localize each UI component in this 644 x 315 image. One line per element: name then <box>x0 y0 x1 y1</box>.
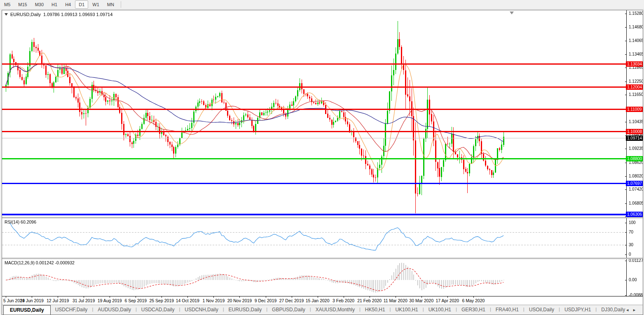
hline-resistance-1.13034[interactable] <box>2 63 626 65</box>
date-tick <box>344 296 344 298</box>
price-tick-label: 1.09235 <box>629 146 643 151</box>
tab-usdcnh-daily[interactable]: USDCNH,Daily <box>180 305 222 315</box>
tab-hk50-h1[interactable]: HK50,H1 <box>361 305 390 315</box>
price-tick-dash <box>625 82 627 82</box>
price-tick-dash <box>625 203 627 204</box>
price-tick-label: 1.10435 <box>629 119 643 124</box>
tab-scroll-left-icon[interactable]: ◄ <box>625 308 632 312</box>
tab-dj30-daily[interactable]: DJ30,Daily <box>597 305 630 315</box>
hline-support-1.07697[interactable] <box>2 183 626 184</box>
timeframe-toolbar: M5M15M30H1H4D1W1MN <box>0 0 644 9</box>
chart-window-inner: EURUSD,Daily 1.09786 1.09913 1.09693 1.0… <box>2 10 643 315</box>
tab-usoil-daily[interactable]: USOil,Daily <box>525 305 559 315</box>
date-tick <box>162 296 162 298</box>
rsi-tick-dash <box>625 223 627 223</box>
timeframe-button-m15[interactable]: M15 <box>14 0 30 9</box>
pane-splitter-macd[interactable] <box>2 258 643 259</box>
tab-scroll-right-icon[interactable]: ► <box>632 308 639 312</box>
rsi-tick-dash <box>625 245 627 245</box>
date-tick <box>213 296 214 298</box>
current-price-box: 1.09714 <box>626 135 643 141</box>
tab-uk100-h1[interactable]: UK100,H1 <box>391 305 422 315</box>
date-label: 31 Jul 2019 <box>73 298 95 303</box>
tab-uk100-h1[interactable]: UK100,H1 <box>424 305 456 315</box>
chart-ohlc-readout: 1.09786 1.09913 1.09693 1.09714 <box>43 12 112 17</box>
timeframe-button-w1[interactable]: W1 <box>89 0 103 9</box>
price-tick-label: 1.12250 <box>629 79 643 84</box>
macd-pane-canvas[interactable] <box>2 259 626 296</box>
price-level-box: 1.12004 <box>626 84 643 90</box>
price-tick-label: 1.11650 <box>629 92 643 97</box>
price-tick-dash <box>625 122 627 122</box>
date-label: 14 Oct 2019 <box>176 298 199 303</box>
date-label: 3 Feb 2020 <box>333 298 354 303</box>
price-pane-canvas[interactable] <box>2 10 626 217</box>
date-label: 19 Aug 2019 <box>98 298 122 303</box>
hline-resistance-1.10008[interactable] <box>2 131 626 132</box>
date-tick <box>422 296 422 298</box>
date-tick <box>110 296 110 298</box>
tab-xauusd-monthly[interactable]: XAUUSD,Monthly <box>311 305 359 315</box>
tab-ger30-h1[interactable]: GER30,H1 <box>457 305 490 315</box>
rsi-axis-label: 70 <box>629 230 633 234</box>
timeframe-button-h1[interactable]: H1 <box>48 0 61 9</box>
date-tick <box>318 296 318 298</box>
hline-support-1.08800[interactable] <box>2 158 626 159</box>
tab-eurusd-daily[interactable]: EURUSD,Daily <box>3 305 51 315</box>
price-tick-dash <box>625 27 627 28</box>
price-level-box: 1.08800 <box>626 156 643 161</box>
price-tick-dash <box>625 176 627 177</box>
date-label: 21 Feb 2020 <box>357 298 382 303</box>
date-tick <box>396 296 396 298</box>
timeframe-button-m30[interactable]: M30 <box>31 0 47 9</box>
date-tick <box>136 296 136 298</box>
date-tick <box>32 296 32 298</box>
tab-gbpusd-daily[interactable]: GBPUSD,Daily <box>267 305 310 315</box>
timeframe-button-h4[interactable]: H4 <box>61 0 75 9</box>
macd-tick-dash <box>625 261 627 261</box>
tab-usdchf-daily[interactable]: USDCHF,Daily <box>51 305 92 315</box>
date-tick <box>84 296 84 298</box>
date-label: 12 Jul 2019 <box>47 298 69 303</box>
price-tick-label: 1.15280 <box>629 11 643 16</box>
timeframe-button-mn[interactable]: MN <box>103 0 118 9</box>
chart-menu-arrow-icon[interactable] <box>5 13 8 16</box>
rsi-axis-label: 0 <box>629 252 631 257</box>
rsi-pane-canvas[interactable] <box>2 218 626 258</box>
tab-usdcad-daily[interactable]: USDCAD,Daily <box>137 305 179 315</box>
tab-fra40-h1[interactable]: FRA40,H1 <box>491 305 523 315</box>
price-tick-dash <box>625 95 627 95</box>
date-tick <box>266 296 266 298</box>
timeframe-button-m5[interactable]: M5 <box>0 0 14 9</box>
rsi-tick-dash <box>625 232 627 233</box>
date-tick <box>292 296 292 298</box>
date-label: 17 Apr 2020 <box>436 298 459 303</box>
rsi-axis-label: 30 <box>629 243 633 247</box>
price-tick-dash <box>625 68 627 68</box>
date-label: 25 Sep 2019 <box>150 298 174 303</box>
macd-indicator-label: MACD(12,26,9) 0.001242 -0.000932 <box>5 260 75 265</box>
price-tick-dash <box>625 189 627 190</box>
price-level-box: 1.06306 <box>626 212 643 217</box>
date-label: 1 Nov 2019 <box>203 298 225 303</box>
pane-splitter-rsi[interactable] <box>2 217 643 218</box>
price-tick-dash <box>625 54 627 55</box>
hline-resistance-1.12004[interactable] <box>2 86 626 88</box>
chart-symbol-period: EURUSD,Daily <box>10 12 41 17</box>
date-tick <box>370 296 370 298</box>
date-tick <box>6 296 6 298</box>
date-label: 27 Dec 2019 <box>279 298 304 303</box>
rsi-tick-dash <box>625 254 627 255</box>
hline-resistance-1.11009[interactable] <box>2 109 626 110</box>
chart-title: EURUSD,Daily 1.09786 1.09913 1.09693 1.0… <box>5 12 112 17</box>
date-tick <box>58 296 58 298</box>
tab-usdjpy-h1[interactable]: USDJPY,H1 <box>560 305 595 315</box>
rsi-axis-label: 100 <box>629 220 636 225</box>
timeframe-button-d1[interactable]: D1 <box>75 0 88 9</box>
tab-eurusd-daily[interactable]: EURUSD,Daily <box>224 305 267 315</box>
chart-shift-marker-icon[interactable] <box>510 12 514 14</box>
price-axis-line <box>626 10 627 296</box>
date-axis[interactable]: 5 Jun 201924 Jun 201912 Jul 201931 Jul 2… <box>2 296 643 305</box>
hline-support-1.06306[interactable] <box>2 214 626 215</box>
tab-audusd-daily[interactable]: AUDUSD,Daily <box>93 305 136 315</box>
